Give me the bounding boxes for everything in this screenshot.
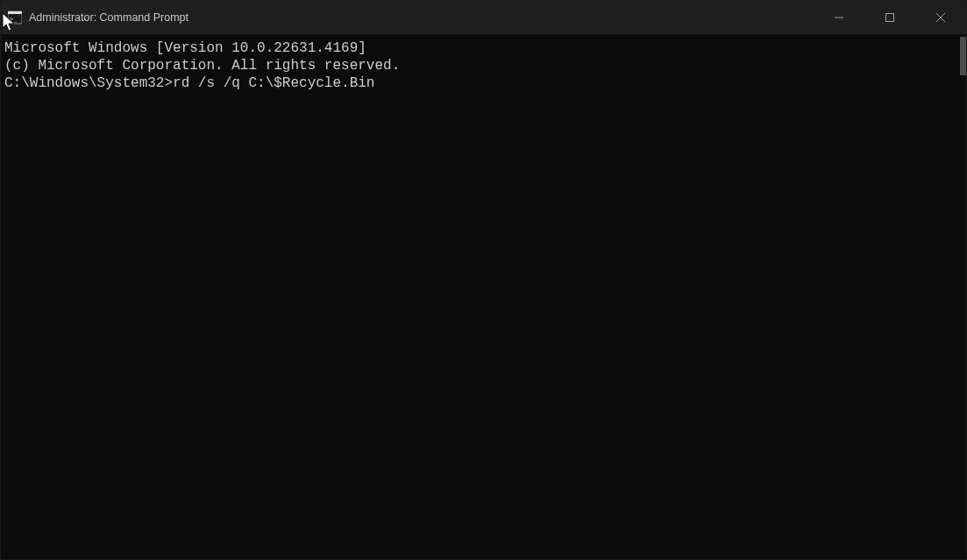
window-title: Administrator: Command Prompt bbox=[29, 11, 188, 24]
svg-text:>_: >_ bbox=[10, 16, 18, 23]
minimize-button[interactable] bbox=[814, 1, 864, 34]
svg-rect-4 bbox=[886, 14, 894, 22]
close-button[interactable] bbox=[915, 1, 966, 34]
terminal-line: (c) Microsoft Corporation. All rights re… bbox=[4, 57, 963, 74]
maximize-button[interactable] bbox=[864, 1, 915, 34]
titlebar[interactable]: >_ Administrator: Command Prompt bbox=[1, 1, 966, 34]
command-prompt-window: >_ Administrator: Command Prompt Microso… bbox=[0, 0, 967, 560]
terminal-line: Microsoft Windows [Version 10.0.22631.41… bbox=[4, 39, 963, 57]
svg-rect-1 bbox=[8, 11, 22, 14]
vertical-scrollbar-thumb[interactable] bbox=[960, 37, 966, 75]
command-prompt-icon: >_ bbox=[8, 11, 22, 25]
terminal-line: C:\Windows\System32>rd /s /q C:\$Recycle… bbox=[4, 74, 963, 92]
terminal-output[interactable]: Microsoft Windows [Version 10.0.22631.41… bbox=[1, 34, 966, 559]
window-controls bbox=[814, 1, 966, 34]
